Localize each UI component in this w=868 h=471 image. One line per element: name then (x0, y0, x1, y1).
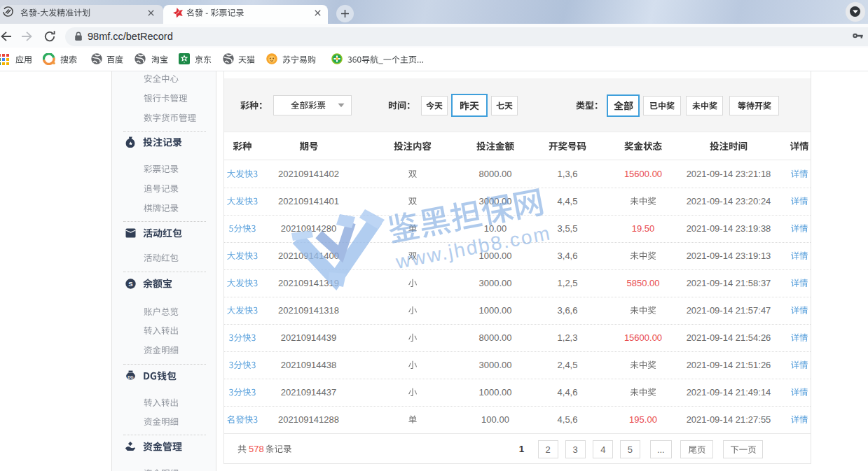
svg-text:S: S (128, 280, 132, 288)
svg-text:DG: DG (128, 375, 133, 379)
